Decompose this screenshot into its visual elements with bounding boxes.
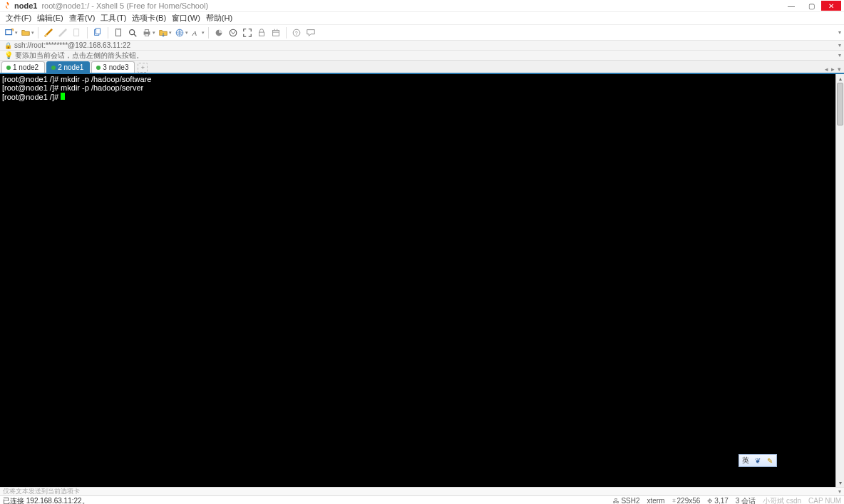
menu-file[interactable]: 文件(F) xyxy=(3,13,34,24)
status-term: xterm xyxy=(647,496,665,505)
terminal[interactable]: [root@node1 /]# mkdir -p /hadoop/softwar… xyxy=(0,74,835,487)
paste-button[interactable] xyxy=(112,26,125,39)
help-button[interactable]: ? xyxy=(290,26,303,39)
status-size: ⌗229x56 xyxy=(672,496,701,505)
ime-lang[interactable]: 英 xyxy=(740,456,751,466)
color-scheme-button[interactable] xyxy=(212,26,225,39)
lightbulb-icon: 💡 xyxy=(4,51,13,59)
tab-label: node3 xyxy=(109,63,129,71)
toolbar-overflow[interactable]: ▾ xyxy=(838,29,841,36)
svg-rect-9 xyxy=(145,29,148,32)
transfer-button[interactable]: ▾ xyxy=(157,26,172,39)
status-ssh: 🖧SSH2 xyxy=(613,496,639,505)
ime-tool-icon[interactable]: ✎ xyxy=(764,457,776,465)
separator xyxy=(38,27,38,38)
print-button[interactable]: ▾ xyxy=(140,26,155,39)
terminal-container: [root@node1 /]# mkdir -p /hadoop/softwar… xyxy=(0,74,844,487)
svg-rect-2 xyxy=(74,29,79,36)
addressbar-overflow[interactable]: ▾ xyxy=(838,42,841,48)
reconnect-button[interactable] xyxy=(42,26,55,39)
add-tab-button[interactable]: + xyxy=(138,63,148,73)
status-cursor: ✥3,17 xyxy=(707,496,728,505)
separator xyxy=(108,27,108,38)
maximize-button[interactable]: ▢ xyxy=(801,1,821,11)
status-watermark: 小哥斌 csdn xyxy=(763,496,801,505)
scrollbar[interactable]: ▴ ▾ xyxy=(835,74,844,487)
status-dot-icon xyxy=(96,66,101,70)
svg-rect-6 xyxy=(117,28,120,29)
copy-button[interactable] xyxy=(91,26,104,39)
ime-widget[interactable]: 英 ❦ ✎ xyxy=(738,454,777,467)
cursor-icon: ✥ xyxy=(707,498,713,505)
status-sessions: 3 会话 xyxy=(736,496,756,505)
toolbar: ▾ ▾ ▾ ▾ ▾ A ▾ ? ▾ xyxy=(0,24,844,40)
tip-bar: 💡 要添加当前会话，点击左侧的箭头按钮。 ▾ xyxy=(0,50,844,60)
tab-bar: 1 node2 2 node1 3 node3 + ◂ ▸ ▾ xyxy=(0,60,844,73)
status-caps: CAP NUM xyxy=(808,496,841,505)
titlebar: node1 root@node1:/ - Xshell 5 (Free for … xyxy=(0,0,844,11)
web-button[interactable]: ▾ xyxy=(173,26,188,39)
address-text[interactable]: ssh://root:********@192.168.63.11:22 xyxy=(14,41,130,49)
address-bar: 🔒 ssh://root:********@192.168.63.11:22 ▾ xyxy=(0,40,844,50)
scroll-down-button[interactable]: ▾ xyxy=(836,478,844,487)
find-button[interactable] xyxy=(126,26,139,39)
tab-label: node2 xyxy=(19,63,38,71)
calendar-button[interactable] xyxy=(269,26,282,39)
separator xyxy=(87,27,88,38)
status-dot-icon xyxy=(51,66,56,70)
fullscreen-button[interactable] xyxy=(241,26,254,39)
menu-tools[interactable]: 工具(T) xyxy=(98,13,129,24)
tab-label: node1 xyxy=(64,63,84,71)
hint-text: 仅将文本发送到当前选项卡 xyxy=(3,487,80,496)
tab-node2[interactable]: 1 node2 xyxy=(1,61,45,73)
menubar: 文件(F) 编辑(E) 查看(V) 工具(T) 选项卡(B) 窗口(W) 帮助(… xyxy=(0,11,844,24)
svg-text:A: A xyxy=(192,29,197,36)
app-icon xyxy=(3,1,11,10)
properties-button[interactable] xyxy=(71,26,83,39)
tab-number: 1 xyxy=(13,63,17,71)
svg-point-1 xyxy=(45,34,47,36)
size-icon: ⌗ xyxy=(672,497,676,504)
chat-button[interactable] xyxy=(304,26,317,39)
svg-rect-5 xyxy=(116,29,121,36)
svg-rect-15 xyxy=(259,32,264,36)
menu-help[interactable]: 帮助(H) xyxy=(203,13,235,24)
svg-point-7 xyxy=(130,29,135,34)
lock-icon: 🔒 xyxy=(4,42,12,49)
svg-rect-10 xyxy=(145,34,148,36)
svg-point-14 xyxy=(230,29,237,36)
tab-list-button[interactable]: ▾ xyxy=(838,66,841,73)
minimize-button[interactable]: — xyxy=(781,1,801,11)
tab-prev-button[interactable]: ◂ xyxy=(825,66,828,73)
separator xyxy=(208,27,209,38)
lock-button[interactable] xyxy=(255,26,268,39)
new-session-button[interactable]: ▾ xyxy=(3,26,18,39)
tab-node3[interactable]: 3 node3 xyxy=(91,61,135,73)
svg-rect-0 xyxy=(6,29,12,34)
menu-tabs[interactable]: 选项卡(B) xyxy=(129,13,169,24)
encoding-button[interactable] xyxy=(227,26,240,39)
svg-rect-16 xyxy=(273,30,279,36)
close-button[interactable]: ✕ xyxy=(821,1,841,11)
status-dot-icon xyxy=(6,66,11,70)
tab-next-button[interactable]: ▸ xyxy=(831,66,835,73)
separator xyxy=(286,27,287,38)
scroll-up-button[interactable]: ▴ xyxy=(836,74,844,83)
tip-text: 要添加当前会话，点击左侧的箭头按钮。 xyxy=(15,51,143,61)
svg-rect-4 xyxy=(96,28,100,34)
menu-window[interactable]: 窗口(W) xyxy=(169,13,203,24)
tipbar-overflow[interactable]: ▾ xyxy=(838,52,841,58)
scroll-thumb[interactable] xyxy=(837,83,843,125)
font-button[interactable]: A ▾ xyxy=(190,26,205,39)
status-connection: 已连接 192.168.63.11:22。 xyxy=(3,496,89,505)
tab-node1[interactable]: 2 node1 xyxy=(46,61,90,73)
title-session-name: node1 xyxy=(14,1,37,10)
scroll-track[interactable] xyxy=(836,83,844,478)
ime-mode-icon[interactable]: ❦ xyxy=(752,457,763,465)
menu-view[interactable]: 查看(V) xyxy=(66,13,98,24)
disconnect-button[interactable] xyxy=(56,26,69,39)
open-session-button[interactable]: ▾ xyxy=(19,26,34,39)
menu-edit[interactable]: 编辑(E) xyxy=(34,13,66,24)
hintbar-overflow[interactable]: ▾ xyxy=(838,488,841,495)
title-description: root@node1:/ - Xshell 5 (Free for Home/S… xyxy=(41,1,208,10)
